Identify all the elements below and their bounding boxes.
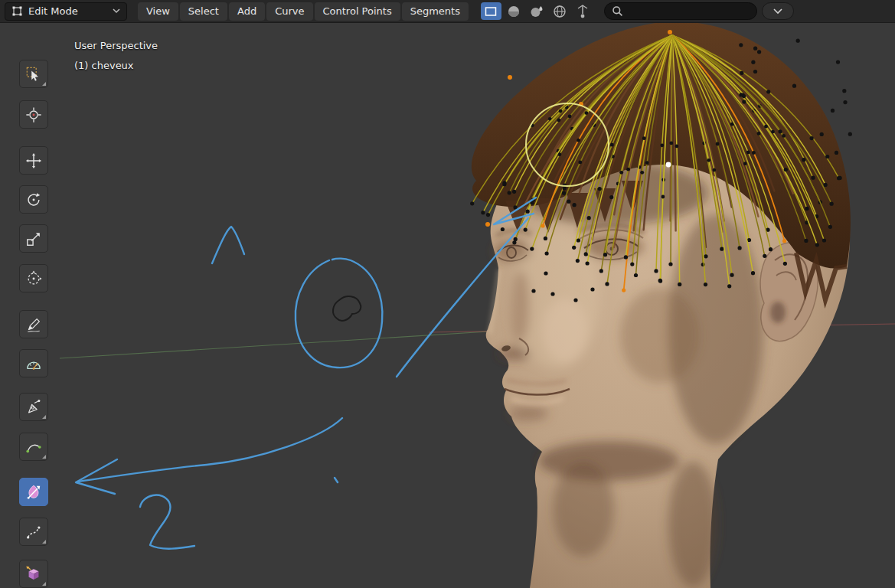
falloff-button[interactable] <box>527 2 547 20</box>
blender-window: User Perspective (1) cheveux Edit Mode V… <box>0 0 895 588</box>
measure-protractor-icon <box>25 355 42 372</box>
menu-select[interactable]: Select <box>180 2 227 21</box>
gizmo-axis-icon <box>574 3 591 20</box>
menu-add[interactable]: Add <box>229 2 265 21</box>
mode-selector[interactable]: Edit Mode <box>5 2 127 21</box>
globe-icon <box>551 3 568 20</box>
header-icon-cluster <box>481 2 593 20</box>
tweak-select-icon <box>25 66 42 83</box>
tool-randomize[interactable] <box>19 518 48 546</box>
tool-measure[interactable] <box>19 349 48 377</box>
tool-curve-draw[interactable] <box>19 433 48 461</box>
menu-view[interactable]: View <box>138 2 178 21</box>
tool-extrude[interactable] <box>19 560 48 588</box>
annotate-pencil-icon <box>25 316 42 333</box>
sphere-drop-icon <box>528 3 545 20</box>
tool-rotate[interactable] <box>19 185 48 214</box>
tool-annotate[interactable] <box>19 310 48 338</box>
header-collapse-button[interactable] <box>762 2 794 20</box>
snap-button[interactable] <box>550 2 570 20</box>
header-bar: Edit Mode View Select Add Curve Control … <box>0 0 895 23</box>
randomize-icon <box>25 524 42 541</box>
chevron-down-icon <box>113 8 120 14</box>
menu-curve[interactable]: Curve <box>266 2 312 21</box>
curve-pen-icon <box>25 399 42 416</box>
tool-move[interactable] <box>19 146 48 175</box>
scale-icon <box>25 230 42 247</box>
select-box-icon <box>482 3 499 20</box>
tool-tweak-select[interactable] <box>19 60 48 88</box>
transform-icon <box>25 270 42 287</box>
header-search-input[interactable] <box>628 5 750 18</box>
rotate-icon <box>25 191 42 208</box>
tool-curve-pen[interactable] <box>19 393 48 421</box>
proportional-edit-button[interactable] <box>504 2 524 20</box>
sphere-icon <box>505 3 522 20</box>
tool-scale[interactable] <box>19 224 48 253</box>
radius-comb-icon <box>25 484 42 501</box>
select-mode-button[interactable] <box>481 2 501 20</box>
chevron-down-icon <box>772 8 784 15</box>
tool-radius-comb[interactable] <box>19 478 48 506</box>
extrude-cube-icon <box>25 566 42 583</box>
header-search[interactable] <box>604 2 757 20</box>
header-menus: View Select Add Curve Control Points Seg… <box>138 2 469 21</box>
cursor-3d-icon <box>25 106 42 123</box>
tool-transform[interactable] <box>19 264 48 292</box>
mode-label: Edit Mode <box>28 5 107 17</box>
menu-control-points[interactable]: Control Points <box>315 2 400 21</box>
viewport-3d[interactable] <box>0 0 895 588</box>
move-icon <box>25 152 42 169</box>
menu-segments[interactable]: Segments <box>402 2 469 21</box>
curve-draw-icon <box>25 439 42 456</box>
search-icon <box>612 5 623 17</box>
edit-mode-icon <box>11 5 23 17</box>
gizmo-options-button[interactable] <box>573 2 593 20</box>
white-control-point <box>666 162 671 168</box>
tool-cursor[interactable] <box>19 100 48 129</box>
